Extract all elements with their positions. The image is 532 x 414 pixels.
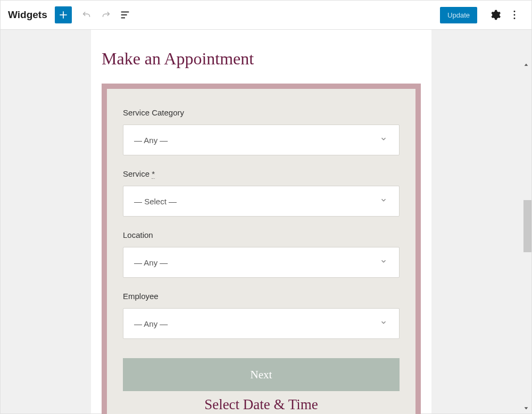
redo-button[interactable]	[96, 5, 115, 24]
svg-marker-9	[525, 407, 528, 409]
appointment-title: Make an Appointment	[102, 49, 421, 69]
next-button[interactable]: Next	[123, 358, 400, 391]
select-value: — Any —	[134, 319, 168, 328]
editor-toolbar: Widgets Update	[0, 0, 532, 30]
redo-icon	[100, 9, 112, 21]
select-service[interactable]: — Select —	[123, 186, 400, 217]
chevron-up-icon	[523, 62, 529, 68]
svg-rect-4	[121, 18, 124, 19]
editor-canvas: Make an Appointment Service Category — A…	[0, 30, 532, 414]
svg-point-7	[514, 18, 516, 19]
svg-marker-8	[525, 64, 528, 66]
select-service-category[interactable]: — Any —	[123, 125, 400, 155]
settings-button[interactable]	[486, 5, 505, 24]
svg-point-5	[514, 11, 516, 12]
appointment-form: Service Category — Any — Service * — Sel…	[107, 89, 415, 414]
scroll-down-button[interactable]	[522, 404, 530, 412]
update-button[interactable]: Update	[440, 7, 477, 23]
svg-point-6	[514, 14, 516, 16]
undo-button[interactable]	[77, 5, 96, 24]
label-service: Service *	[123, 169, 400, 178]
field-service-category: Service Category — Any —	[123, 108, 400, 155]
chevron-down-icon	[380, 319, 387, 328]
list-view-button[interactable]	[115, 5, 135, 24]
chevron-down-icon	[380, 258, 387, 267]
appointment-form-frame: Service Category — Any — Service * — Sel…	[102, 84, 421, 414]
scroll-up-button[interactable]	[522, 61, 530, 69]
list-icon	[119, 9, 131, 21]
select-employee[interactable]: — Any —	[123, 308, 400, 339]
add-block-button[interactable]	[55, 6, 72, 23]
label-location: Location	[123, 230, 400, 239]
field-location: Location — Any —	[123, 230, 400, 278]
chevron-down-icon	[380, 135, 387, 145]
label-employee: Employee	[123, 292, 400, 301]
select-value: — Select —	[134, 197, 177, 206]
select-value: — Any —	[134, 258, 168, 267]
widget-area: Make an Appointment Service Category — A…	[91, 30, 431, 413]
gear-icon	[489, 9, 501, 21]
chevron-down-icon	[523, 405, 529, 411]
chevron-down-icon	[380, 196, 387, 206]
undo-icon	[81, 9, 93, 21]
field-service: Service * — Select —	[123, 169, 400, 217]
section-title-datetime: Select Date & Time	[123, 396, 400, 413]
more-vertical-icon	[509, 9, 520, 21]
options-button[interactable]	[505, 5, 524, 24]
label-service-category: Service Category	[123, 108, 400, 117]
select-location[interactable]: — Any —	[123, 247, 400, 278]
select-value: — Any —	[134, 136, 168, 145]
svg-rect-1	[60, 14, 66, 15]
plus-icon	[58, 10, 69, 20]
field-employee: Employee — Any —	[123, 292, 400, 339]
scrollbar-thumb[interactable]	[523, 200, 531, 252]
svg-rect-2	[121, 12, 129, 13]
svg-rect-3	[121, 14, 127, 15]
page-title: Widgets	[8, 9, 47, 21]
